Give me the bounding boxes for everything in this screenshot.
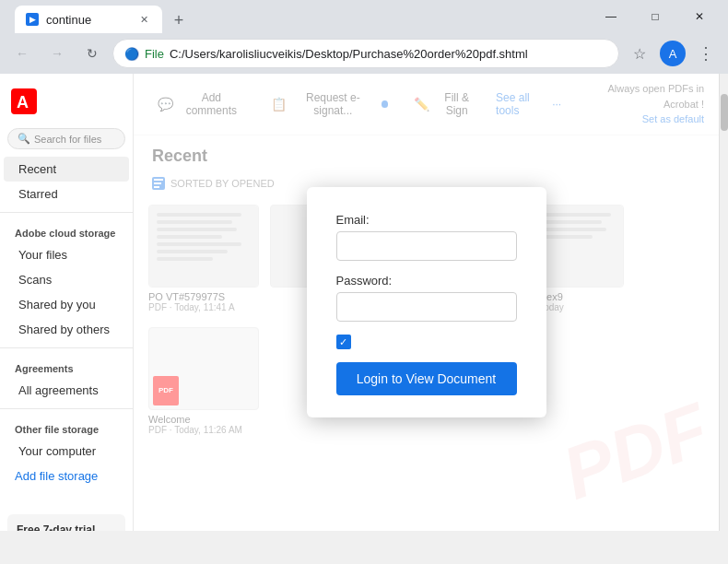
search-placeholder: Search for files: [34, 134, 101, 145]
tab-label: continue: [46, 13, 91, 27]
active-tab[interactable]: ▶ continue ✕: [15, 6, 162, 33]
sidebar-item-recent[interactable]: Recent: [4, 157, 129, 182]
browser-menu-button[interactable]: ⋮: [691, 39, 721, 68]
trial-title: Free 7-day trial: [17, 523, 116, 531]
tab-bar: ▶ continue ✕ +: [7, 0, 586, 33]
sidebar-divider-2: [0, 347, 133, 348]
remember-checkbox[interactable]: ✓: [336, 335, 351, 349]
maximize-button[interactable]: □: [634, 0, 676, 33]
password-label: Password:: [336, 274, 517, 288]
sidebar-item-starred[interactable]: Starred: [4, 182, 129, 206]
tab-favicon: ▶: [26, 13, 39, 26]
sidebar-item-shared-by-others[interactable]: Shared by others: [4, 317, 129, 342]
checkmark-icon: ✓: [339, 336, 347, 348]
svg-text:A: A: [17, 93, 29, 112]
sidebar-item-all-agreements[interactable]: All agreements: [4, 378, 129, 403]
acrobat-logo: A: [0, 81, 133, 128]
bookmark-button[interactable]: ☆: [625, 39, 654, 68]
dialog-overlay: Email: Password: ✓ Login to View Documen…: [134, 74, 719, 531]
sidebar-cloud-label: Adobe cloud storage: [0, 218, 133, 242]
sidebar-item-your-computer[interactable]: Your computer: [4, 439, 129, 464]
window-controls: — □ ✕: [590, 0, 721, 33]
sidebar-other-storage-label: Other file storage: [0, 415, 133, 439]
login-dialog: Email: Password: ✓ Login to View Documen…: [307, 187, 546, 417]
minimize-button[interactable]: —: [590, 0, 632, 33]
sidebar-item-shared-by-you[interactable]: Shared by you: [4, 292, 129, 317]
address-bar-row: ← → ↻ 🔵 File C:/Users/karolisliucveikis/…: [0, 33, 728, 74]
sidebar-item-scans[interactable]: Scans: [4, 267, 129, 292]
address-protocol: File: [145, 47, 164, 61]
sidebar-divider-3: [0, 408, 133, 409]
address-path: C:/Users/karolisliucveikis/Desktop/Purch…: [170, 47, 528, 61]
profile-button[interactable]: A: [660, 41, 686, 66]
checkbox-row: ✓: [336, 335, 517, 349]
address-protocol-icon: 🔵: [124, 47, 139, 61]
trial-box: Free 7-day trial Get unlimited access to…: [7, 514, 125, 531]
login-button[interactable]: Login to View Document: [336, 362, 517, 395]
browser-content: A 🔍 Search for files Recent Starred Adob…: [0, 74, 728, 531]
reload-button[interactable]: ↻: [77, 39, 107, 68]
tab-close-button[interactable]: ✕: [136, 12, 151, 27]
search-icon: 🔍: [18, 133, 30, 145]
new-tab-button[interactable]: +: [166, 7, 192, 33]
email-input[interactable]: [336, 231, 517, 261]
email-label: Email:: [336, 213, 517, 227]
sidebar-agreements-label: Agreements: [0, 354, 133, 378]
forward-button[interactable]: →: [42, 39, 72, 68]
password-field-group: Password:: [336, 274, 517, 322]
sidebar-divider-1: [0, 212, 133, 213]
sidebar: A 🔍 Search for files Recent Starred Adob…: [0, 74, 134, 531]
sidebar-item-your-files[interactable]: Your files: [4, 242, 129, 267]
email-field-group: Email:: [336, 213, 517, 261]
close-button[interactable]: ✕: [678, 0, 721, 33]
main-content: 💬 Add comments 📋 Request e-signat... ✏️ …: [134, 74, 719, 531]
sidebar-add-file-storage[interactable]: Add file storage: [0, 464, 133, 488]
password-input[interactable]: [336, 292, 517, 322]
browser-chrome: ▶ continue ✕ + — □ ✕ ← → ↻ 🔵 File C:/Use…: [0, 0, 728, 74]
scrollbar[interactable]: [719, 74, 728, 531]
address-bar[interactable]: 🔵 File C:/Users/karolisliucveikis/Deskto…: [112, 39, 619, 68]
scrollbar-thumb[interactable]: [721, 94, 728, 131]
back-button[interactable]: ←: [7, 39, 37, 68]
sidebar-search[interactable]: 🔍 Search for files: [0, 128, 133, 157]
title-bar: ▶ continue ✕ + — □ ✕: [0, 0, 728, 33]
